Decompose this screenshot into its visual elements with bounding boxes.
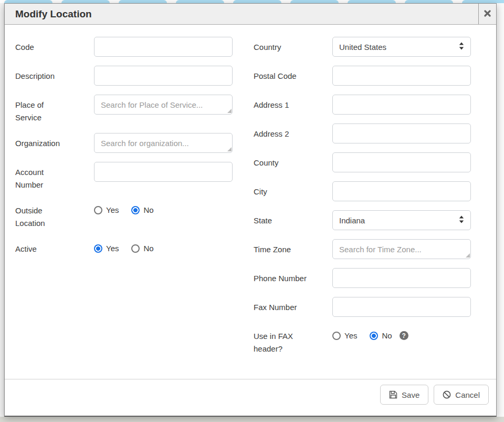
description-input[interactable]: [94, 66, 233, 86]
city-row: City: [254, 181, 471, 201]
help-icon[interactable]: ?: [400, 331, 408, 340]
address1-row: Address 1: [254, 95, 471, 115]
outside-location-label: Outside Location: [15, 200, 94, 230]
radio-button-icon: [332, 332, 341, 340]
outside-location-yes-radio[interactable]: Yes: [94, 205, 119, 214]
dialog-body: Code Description Place of Service: [5, 25, 496, 379]
active-row: Active Yes No: [15, 239, 233, 255]
modify-location-dialog: Modify Location Code Description: [4, 3, 497, 417]
place-of-service-search-input[interactable]: [94, 95, 233, 115]
account-number-input[interactable]: [94, 162, 233, 182]
radio-button-icon: [131, 244, 140, 253]
state-row: State Indiana: [254, 210, 471, 230]
postal-code-row: Postal Code: [254, 66, 471, 86]
state-select-value: Indiana: [339, 216, 365, 225]
time-zone-label: Time Zone: [254, 239, 332, 256]
radio-button-icon: [94, 244, 102, 253]
dialog-title: Modify Location: [5, 4, 478, 24]
use-in-fax-yes-radio[interactable]: Yes: [332, 331, 357, 340]
address1-label: Address 1: [254, 95, 332, 111]
phone-number-row: Phone Number: [254, 268, 471, 288]
fax-number-label: Fax Number: [254, 297, 332, 314]
fax-number-row: Fax Number: [254, 297, 471, 317]
close-button[interactable]: [478, 4, 496, 24]
radio-button-icon: [94, 206, 102, 214]
up-down-arrows-icon: [459, 215, 464, 225]
outside-location-row: Outside Location Yes No: [15, 200, 233, 230]
address2-label: Address 2: [254, 123, 332, 140]
background-page-right: [497, 3, 504, 417]
form-right-column: Country United States Postal Code: [254, 37, 471, 364]
ban-icon: [443, 390, 451, 399]
background-page-bottom: [0, 417, 504, 422]
use-in-fax-header-row: Use in FAX header? Yes No ?: [254, 326, 471, 355]
county-row: County: [254, 152, 471, 172]
dialog-footer: Save Cancel: [5, 379, 496, 416]
place-of-service-label: Place of Service: [15, 95, 94, 124]
phone-number-label: Phone Number: [254, 268, 332, 285]
account-number-row: Account Number: [15, 162, 233, 191]
outside-location-no-radio[interactable]: No: [131, 205, 153, 214]
address2-row: Address 2: [254, 123, 471, 143]
fax-number-input[interactable]: [332, 297, 471, 317]
city-label: City: [254, 181, 332, 198]
active-no-radio[interactable]: No: [131, 244, 153, 253]
code-label: Code: [15, 37, 94, 54]
country-label: Country: [254, 37, 332, 54]
save-button-label: Save: [402, 390, 419, 399]
background-page-left: [0, 3, 4, 417]
corner-grip-icon: [466, 253, 470, 258]
code-input[interactable]: [94, 37, 233, 57]
county-input[interactable]: [332, 152, 471, 172]
use-in-fax-header-label: Use in FAX header?: [254, 326, 332, 355]
active-label: Active: [15, 239, 94, 255]
cancel-button-label: Cancel: [455, 390, 480, 399]
up-down-arrows-icon: [459, 42, 464, 52]
description-label: Description: [15, 66, 94, 83]
country-row: Country United States: [254, 37, 471, 57]
description-row: Description: [15, 66, 233, 86]
phone-number-input[interactable]: [332, 268, 471, 288]
radio-button-icon: [131, 206, 140, 214]
floppy-disk-icon: [389, 390, 397, 399]
city-input[interactable]: [332, 181, 471, 201]
corner-grip-icon: [227, 109, 232, 113]
country-select-value: United States: [339, 43, 386, 52]
organization-row: Organization: [15, 133, 233, 153]
corner-grip-icon: [227, 147, 232, 151]
close-x-icon: [484, 9, 491, 19]
organization-search-input[interactable]: [94, 133, 233, 153]
code-row: Code: [15, 37, 233, 57]
active-yes-radio[interactable]: Yes: [94, 244, 119, 253]
save-button[interactable]: Save: [380, 385, 428, 405]
state-label: State: [254, 210, 332, 227]
country-select[interactable]: United States: [332, 37, 471, 57]
time-zone-search-input[interactable]: [332, 239, 471, 259]
form-left-column: Code Description Place of Service: [15, 37, 233, 364]
address2-input[interactable]: [332, 123, 471, 143]
cancel-button[interactable]: Cancel: [434, 385, 489, 405]
state-select[interactable]: Indiana: [332, 210, 471, 230]
time-zone-row: Time Zone: [254, 239, 471, 259]
postal-code-input[interactable]: [332, 66, 471, 86]
radio-button-icon: [370, 332, 378, 340]
account-number-label: Account Number: [15, 162, 94, 191]
dialog-header: Modify Location: [5, 4, 496, 25]
postal-code-label: Postal Code: [254, 66, 332, 83]
address1-input[interactable]: [332, 95, 471, 115]
use-in-fax-no-radio[interactable]: No: [370, 331, 392, 340]
county-label: County: [254, 152, 332, 169]
organization-label: Organization: [15, 133, 94, 150]
place-of-service-row: Place of Service: [15, 95, 233, 124]
